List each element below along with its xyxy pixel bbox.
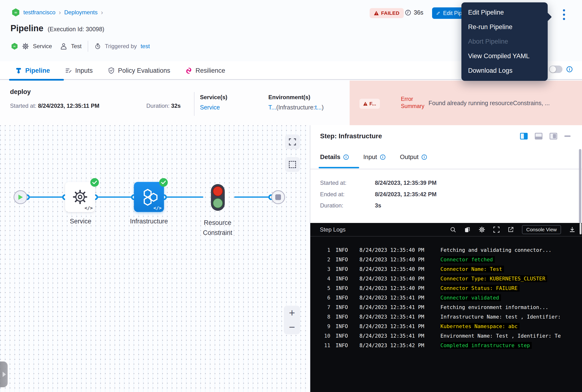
pipeline-tab-icon — [15, 67, 22, 74]
harness-cd-icon: ∞ — [11, 8, 20, 17]
meta-divider — [88, 41, 88, 52]
menu-item-download-logs[interactable]: Download Logs — [461, 64, 548, 78]
info-icon — [421, 154, 427, 160]
error-badge-text: F... — [369, 101, 376, 106]
tab-resilience-label: Resilience — [195, 67, 225, 74]
more-options-button[interactable] — [559, 7, 569, 22]
execution-id: (Execution Id: 30098) — [48, 26, 104, 33]
check-icon — [92, 180, 97, 184]
fullscreen-icon — [289, 138, 296, 146]
log-fullscreen-icon[interactable] — [493, 226, 500, 233]
node-service[interactable]: </> — [65, 182, 95, 212]
total-duration: 36s — [414, 9, 423, 16]
hexagons-icon — [139, 187, 159, 207]
menu-item-rerun-pipeline[interactable]: Re-run Pipeline — [461, 20, 548, 34]
stage-name[interactable]: deploy — [10, 88, 31, 96]
log-lines[interactable]: 1INFO8/24/2023 12:35:40 PMFetching and v… — [310, 236, 582, 350]
info-icon[interactable] — [566, 66, 573, 72]
step-panel-title: Step: Infrastructure — [320, 132, 382, 140]
log-settings-icon[interactable] — [479, 226, 485, 233]
layout-right-view-button[interactable] — [520, 133, 528, 140]
console-view-button[interactable]: Console View — [522, 225, 561, 234]
tab-pipeline[interactable]: Pipeline — [15, 61, 50, 80]
minimize-panel-button[interactable] — [564, 136, 571, 137]
tab-resilience[interactable]: Resilience — [185, 61, 225, 80]
left-drawer-handle[interactable] — [0, 362, 8, 387]
node-resource-constraint[interactable] — [211, 184, 225, 211]
console-scrollbar[interactable] — [580, 223, 582, 234]
error-summary-message[interactable]: Found already running resourceConstrains… — [429, 100, 575, 106]
log-row: 6INFO8/24/2023 12:35:41 PMConnector vali… — [310, 293, 582, 302]
stage-duration: Duration: 32s — [146, 102, 181, 109]
tab-inputs[interactable]: Inputs — [65, 61, 93, 80]
log-row: 7INFO8/24/2023 12:35:41 PMFetching envir… — [310, 302, 582, 312]
node-resource-constraint-label: ResourceConstraint — [194, 218, 241, 238]
log-row: 9INFO8/24/2023 12:35:41 PMKubernetes Nam… — [310, 322, 582, 331]
tab-inputs-label: Inputs — [75, 67, 93, 74]
edge-start-service — [27, 196, 65, 198]
svg-text:∞: ∞ — [13, 44, 16, 48]
canvas-zoom-panel: + − — [284, 306, 300, 334]
log-search-icon[interactable] — [450, 226, 456, 233]
end-node[interactable] — [271, 190, 285, 204]
stage-started-at: Started at: 8/24/2023, 12:35:11 PM — [10, 102, 99, 109]
stage-summary-band: deploy Started at: 8/24/2023, 12:35:11 P… — [0, 80, 582, 125]
service-success-badge — [90, 178, 99, 187]
shield-check-icon — [108, 67, 115, 74]
menu-item-abort-pipeline: Abort Pipeline — [461, 34, 548, 49]
tab-details[interactable]: Details — [320, 153, 349, 161]
warning-triangle-icon — [374, 11, 379, 15]
zoom-in-button[interactable]: + — [289, 308, 295, 318]
services-block: Service(s) Service — [200, 94, 227, 111]
log-copy-icon[interactable] — [464, 226, 471, 233]
breadcrumb-project-link[interactable]: testfrancisco — [23, 9, 55, 16]
stopwatch-icon — [94, 43, 101, 50]
environments-label: Environment(s) — [268, 94, 324, 100]
tab-output[interactable]: Output — [400, 153, 427, 161]
tab-pipeline-label: Pipeline — [25, 67, 50, 74]
canvas-select-button[interactable] — [285, 157, 300, 172]
menu-item-view-compiled-yaml[interactable]: View Compiled YAML — [461, 49, 548, 64]
start-node[interactable] — [13, 190, 27, 204]
service-name-label[interactable]: Service — [33, 43, 52, 50]
triggered-by-user-link[interactable]: test — [141, 43, 150, 50]
environment-value[interactable]: T...(Infrastructure:t...) — [268, 104, 324, 111]
svg-text:∞: ∞ — [14, 10, 17, 15]
log-download-icon[interactable] — [569, 226, 575, 233]
pipeline-canvas[interactable]: </> Service </> Infrastructure ResourceC… — [0, 125, 310, 392]
toggle-knob — [550, 66, 556, 72]
zoom-out-button[interactable]: − — [289, 322, 295, 332]
menu-item-edit-pipeline[interactable]: Edit Pipeline — [461, 5, 548, 20]
infrastructure-code-chip: </> — [153, 205, 162, 210]
traffic-light-red — [213, 186, 223, 196]
gear-icon — [72, 189, 88, 205]
stage-error-badge: F... — [359, 99, 380, 109]
tab-details-label: Details — [320, 153, 340, 161]
harness-cd-icon-small: ∞ — [11, 43, 18, 50]
status-badge: FAILED — [370, 8, 404, 18]
step-details-panel: Step: Infrastructure Details Input Outpu… — [310, 125, 582, 392]
detail-started-at: Started at:8/24/2023, 12:35:39 PM — [320, 180, 437, 186]
edge-constraint-end — [234, 196, 272, 198]
detail-duration: Duration:3s — [320, 202, 381, 209]
service-link[interactable]: Service — [200, 104, 220, 111]
layout-floating-view-button[interactable] — [550, 133, 557, 140]
propagate-name-label[interactable]: Test — [71, 43, 81, 50]
view-toggle[interactable] — [549, 66, 563, 73]
node-infrastructure[interactable]: </> — [134, 182, 164, 212]
active-tab-underline — [9, 79, 64, 80]
inputs-tab-icon — [65, 67, 72, 74]
layout-bottom-view-button[interactable] — [535, 133, 543, 140]
canvas-fullscreen-button[interactable] — [285, 134, 300, 149]
tab-policy-evaluations[interactable]: Policy Evaluations — [108, 61, 170, 80]
log-row: 3INFO8/24/2023 12:35:40 PMConnector Name… — [310, 264, 582, 274]
status-text: FAILED — [381, 10, 399, 16]
tab-input-label: Input — [363, 153, 377, 161]
breadcrumb-deployments-link[interactable]: Deployments — [64, 9, 97, 16]
traffic-light-green — [213, 198, 223, 208]
pencil-icon — [436, 10, 440, 16]
log-open-external-icon[interactable] — [508, 226, 514, 233]
edge-infrastructure-constraint — [164, 196, 203, 198]
tab-input[interactable]: Input — [363, 153, 386, 161]
panel-scrollbar[interactable] — [579, 149, 581, 223]
